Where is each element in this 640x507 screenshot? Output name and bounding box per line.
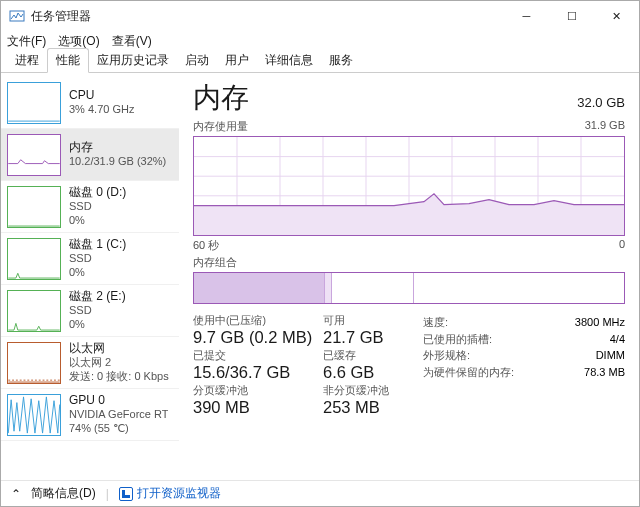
sidebar-item-label: 磁盘 1 (C:) bbox=[69, 237, 126, 252]
statusbar: ⌃ 简略信息(D) | 打开资源监视器 bbox=[1, 480, 639, 506]
sidebar-item-stat2: 0% bbox=[69, 318, 126, 332]
usage-max: 31.9 GB bbox=[585, 119, 625, 134]
tab-services[interactable]: 服务 bbox=[321, 49, 361, 72]
memory-usage-chart[interactable] bbox=[193, 136, 625, 236]
in-use-value: 9.7 GB (0.2 MB) bbox=[193, 328, 323, 347]
slots-label: 已使用的插槽: bbox=[423, 331, 492, 348]
in-use-label: 使用中(已压缩) bbox=[193, 314, 323, 328]
sidebar-item-label: GPU 0 bbox=[69, 393, 168, 408]
tab-details[interactable]: 详细信息 bbox=[257, 49, 321, 72]
tab-performance[interactable]: 性能 bbox=[47, 48, 89, 73]
titlebar: 任务管理器 ─ ☐ ✕ bbox=[1, 1, 639, 31]
sidebar-item-label: 以太网 bbox=[69, 341, 169, 356]
xaxis-right: 0 bbox=[619, 238, 625, 253]
form-label: 外形规格: bbox=[423, 347, 470, 364]
comp-modified bbox=[325, 273, 332, 303]
window-title: 任务管理器 bbox=[31, 8, 91, 25]
ethernet-thumb bbox=[7, 342, 61, 384]
sidebar-item-ethernet[interactable]: 以太网 以太网 2 发送: 0 接收: 0 Kbps bbox=[1, 337, 179, 389]
paged-value: 390 MB bbox=[193, 398, 323, 417]
cached-value: 6.6 GB bbox=[323, 363, 423, 382]
speed-label: 速度: bbox=[423, 314, 448, 331]
sidebar-item-stat: NVIDIA GeForce RT bbox=[69, 408, 168, 422]
sidebar-item-stat2: 发送: 0 接收: 0 Kbps bbox=[69, 370, 169, 384]
sidebar-item-label: 内存 bbox=[69, 140, 166, 155]
close-button[interactable]: ✕ bbox=[594, 1, 639, 31]
gpu-thumb bbox=[7, 394, 61, 436]
minimize-button[interactable]: ─ bbox=[504, 1, 549, 31]
menu-file[interactable]: 文件(F) bbox=[7, 33, 46, 50]
fewer-details-button[interactable]: 简略信息(D) bbox=[31, 485, 96, 502]
resmon-icon bbox=[119, 487, 133, 501]
sidebar-item-memory[interactable]: 内存 10.2/31.9 GB (32%) bbox=[1, 129, 179, 181]
tabbar: 进程 性能 应用历史记录 启动 用户 详细信息 服务 bbox=[1, 51, 639, 73]
disk-thumb bbox=[7, 290, 61, 332]
sidebar-item-gpu0[interactable]: GPU 0 NVIDIA GeForce RT 74% (55 ℃) bbox=[1, 389, 179, 441]
paged-label: 分页缓冲池 bbox=[193, 384, 323, 398]
comp-in-use bbox=[194, 273, 325, 303]
composition-label: 内存组合 bbox=[193, 255, 237, 270]
sidebar-item-disk1[interactable]: 磁盘 1 (C:) SSD 0% bbox=[1, 233, 179, 285]
nonpaged-value: 253 MB bbox=[323, 398, 423, 417]
sidebar-item-stat: 3% 4.70 GHz bbox=[69, 103, 134, 117]
maximize-button[interactable]: ☐ bbox=[549, 1, 594, 31]
comp-free bbox=[414, 273, 624, 303]
avail-value: 21.7 GB bbox=[323, 328, 423, 347]
detail-pane: 内存 32.0 GB 内存使用量 31.9 GB bbox=[179, 73, 639, 480]
cpu-thumb bbox=[7, 82, 61, 124]
avail-label: 可用 bbox=[323, 314, 423, 328]
tab-startup[interactable]: 启动 bbox=[177, 49, 217, 72]
tab-processes[interactable]: 进程 bbox=[7, 49, 47, 72]
cached-label: 已缓存 bbox=[323, 349, 423, 363]
sidebar-item-stat: SSD bbox=[69, 304, 126, 318]
sidebar-item-label: 磁盘 0 (D:) bbox=[69, 185, 126, 200]
disk-thumb bbox=[7, 186, 61, 228]
slots-value: 4/4 bbox=[610, 331, 625, 348]
sidebar-item-label: 磁盘 2 (E:) bbox=[69, 289, 126, 304]
window-controls: ─ ☐ ✕ bbox=[504, 1, 639, 31]
sidebar-item-cpu[interactable]: CPU 3% 4.70 GHz bbox=[1, 77, 179, 129]
menubar: 文件(F) 选项(O) 查看(V) bbox=[1, 31, 639, 51]
sidebar-item-label: CPU bbox=[69, 88, 134, 103]
detail-title: 内存 bbox=[193, 79, 249, 117]
comp-standby bbox=[332, 273, 414, 303]
speed-value: 3800 MHz bbox=[575, 314, 625, 331]
sidebar-item-stat2: 0% bbox=[69, 214, 126, 228]
sidebar: CPU 3% 4.70 GHz 内存 10.2/31.9 GB (32%) 磁盘… bbox=[1, 73, 179, 480]
hwres-label: 为硬件保留的内存: bbox=[423, 364, 514, 381]
menu-view[interactable]: 查看(V) bbox=[112, 33, 152, 50]
sidebar-item-stat: SSD bbox=[69, 252, 126, 266]
app-icon bbox=[9, 8, 25, 24]
sidebar-item-disk2[interactable]: 磁盘 2 (E:) SSD 0% bbox=[1, 285, 179, 337]
content: CPU 3% 4.70 GHz 内存 10.2/31.9 GB (32%) 磁盘… bbox=[1, 73, 639, 480]
detail-capacity: 32.0 GB bbox=[577, 95, 625, 110]
tab-users[interactable]: 用户 bbox=[217, 49, 257, 72]
sidebar-item-stat: 10.2/31.9 GB (32%) bbox=[69, 155, 166, 169]
usage-label: 内存使用量 bbox=[193, 119, 248, 134]
sidebar-item-stat: SSD bbox=[69, 200, 126, 214]
tab-apphistory[interactable]: 应用历史记录 bbox=[89, 49, 177, 72]
open-resmon-link[interactable]: 打开资源监视器 bbox=[119, 485, 221, 502]
sidebar-item-disk0[interactable]: 磁盘 0 (D:) SSD 0% bbox=[1, 181, 179, 233]
menu-options[interactable]: 选项(O) bbox=[58, 33, 99, 50]
sidebar-item-stat: 以太网 2 bbox=[69, 356, 169, 370]
sidebar-item-stat2: 74% (55 ℃) bbox=[69, 422, 168, 436]
memory-thumb bbox=[7, 134, 61, 176]
disk-thumb bbox=[7, 238, 61, 280]
stats-grid: 使用中(已压缩) 9.7 GB (0.2 MB) 可用 21.7 GB 速度:3… bbox=[193, 314, 625, 417]
committed-label: 已提交 bbox=[193, 349, 323, 363]
memory-composition-chart[interactable] bbox=[193, 272, 625, 304]
hwres-value: 78.3 MB bbox=[584, 364, 625, 381]
caret-up-icon[interactable]: ⌃ bbox=[11, 487, 21, 501]
divider: | bbox=[106, 487, 109, 501]
sidebar-item-stat2: 0% bbox=[69, 266, 126, 280]
nonpaged-label: 非分页缓冲池 bbox=[323, 384, 423, 398]
form-value: DIMM bbox=[596, 347, 625, 364]
xaxis-left: 60 秒 bbox=[193, 238, 219, 253]
committed-value: 15.6/36.7 GB bbox=[193, 363, 323, 382]
